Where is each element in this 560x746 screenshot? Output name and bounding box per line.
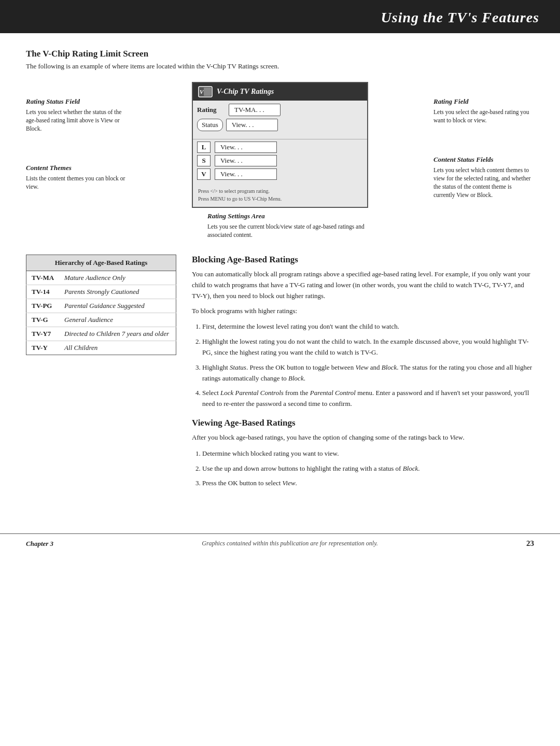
footer-page: 23 (526, 539, 534, 548)
table-cell-desc-2: Parents Strongly Cautioned (59, 285, 176, 299)
footer-note: Graphics contained within this publicati… (202, 540, 378, 547)
table-cell-desc-3: Parental Guidance Suggested (59, 299, 176, 313)
viewing-step-3: Press the OK button to select View. (202, 478, 534, 489)
rating-settings-area: Rating Settings Area Lets you see the cu… (192, 212, 368, 239)
vchip-letter-v: V (197, 168, 211, 180)
header-title: Using the TV's Features (381, 9, 539, 25)
table-row: TV-Y7 Directed to Children 7 years and o… (26, 327, 176, 341)
blocking-section: Blocking Age-Based Ratings You can autom… (192, 255, 534, 410)
vchip-content-row-v: V View. . . (197, 168, 363, 180)
content-status-label-title: Content Status Fields (433, 156, 534, 164)
rating-field-label-text: Lets you select the age-based rating you… (433, 108, 534, 124)
right-content: Blocking Age-Based Ratings You can autom… (192, 255, 534, 497)
vchip-status-row: Status View. . . (197, 119, 363, 131)
blocking-intro-p2: To block programs with higher ratings: (192, 306, 534, 317)
viewing-intro: After you block age-based ratings, you h… (192, 432, 534, 443)
table-row: TV-14 Parents Strongly Cautioned (26, 285, 176, 299)
rating-status-label-text: Lets you select whether the status of th… (26, 108, 130, 133)
footer-chapter: Chapter 3 (26, 540, 53, 548)
rating-status-label-block: Rating Status Field Lets you select whet… (26, 97, 130, 133)
vchip-content-value-s[interactable]: View. . . (215, 155, 277, 166)
content-status-label-block: Content Status Fields Lets you select wh… (433, 156, 534, 199)
vchip-content-value-v[interactable]: View. . . (215, 168, 277, 180)
blocking-step-1: First, determine the lowest level rating… (202, 321, 534, 332)
blocking-steps: First, determine the lowest level rating… (202, 321, 534, 410)
vchip-title-bar: V V-Chip TV Ratings (193, 83, 367, 101)
diagram-container: Rating Status Field Lets you select whet… (26, 82, 534, 239)
bottom-section: Hierarchy of Age-Based Ratings TV-MA Mat… (26, 255, 534, 497)
vchip-footer-line2: Press MENU to go to US V-Chip Menu. (198, 195, 362, 203)
svg-rect-2 (204, 88, 211, 96)
blocking-intro-p1: You can automatically block all program … (192, 269, 534, 301)
table-cell-code-5: TV-Y7 (26, 327, 60, 341)
page-footer: Chapter 3 Graphics contained within this… (0, 533, 560, 553)
table-cell-code-4: TV-G (26, 313, 60, 327)
vchip-rating-value[interactable]: TV-MA. . . (229, 104, 281, 116)
vchip-screen-wrapper: V V-Chip TV Ratings Rating TV-MA. . . St… (135, 82, 425, 239)
blocking-intro: You can automatically block all program … (192, 269, 534, 316)
viewing-section: Viewing Age-Based Ratings After you bloc… (192, 418, 534, 489)
table-row: TV-Y All Children (26, 341, 176, 355)
section-intro: The following is an example of where ite… (26, 62, 534, 71)
rating-field-label-block: Rating Field Lets you select the age-bas… (433, 97, 534, 124)
vchip-footer: Press </> to select program rating. Pres… (193, 184, 367, 207)
vchip-content-row-s: S View. . . (197, 155, 363, 166)
table-cell-desc-4: General Audience (59, 313, 176, 327)
left-labels: Rating Status Field Lets you select whet… (26, 82, 135, 201)
table-cell-desc-6: All Children (59, 341, 176, 355)
table-heading: Hierarchy of Age-Based Ratings (26, 255, 176, 271)
hierarchy-table: Hierarchy of Age-Based Ratings TV-MA Mat… (26, 255, 176, 355)
viewing-steps: Determine which blocked rating you want … (202, 448, 534, 489)
viewing-step-1: Determine which blocked rating you want … (202, 448, 534, 459)
table-row: TV-PG Parental Guidance Suggested (26, 299, 176, 313)
vchip-screen: V V-Chip TV Ratings Rating TV-MA. . . St… (192, 82, 368, 208)
vchip-rating-label: Rating (197, 106, 226, 114)
blocking-step-3: Highlight Status. Press the OK button to… (202, 362, 534, 384)
table-cell-desc-5: Directed to Children 7 years and older (59, 327, 176, 341)
rating-field-label-title: Rating Field (433, 97, 534, 106)
rating-status-label-title: Rating Status Field (26, 97, 130, 106)
vchip-content-row-l: L View. . . (197, 142, 363, 153)
vchip-rating-row-container: Rating TV-MA. . . Status View. . . (193, 101, 367, 137)
hierarchy-table-section: Hierarchy of Age-Based Ratings TV-MA Mat… (26, 255, 176, 497)
rating-settings-text: Lets you see the current block/view stat… (207, 222, 368, 239)
rating-settings-title: Rating Settings Area (207, 212, 368, 220)
vchip-letter-l: L (197, 142, 211, 153)
table-cell-code-2: TV-14 (26, 285, 60, 299)
blocking-title: Blocking Age-Based Ratings (192, 255, 534, 265)
viewing-title: Viewing Age-Based Ratings (192, 418, 534, 428)
table-body: TV-MA Mature Audience Only TV-14 Parents… (26, 271, 176, 355)
table-row: TV-MA Mature Audience Only (26, 271, 176, 285)
table-cell-code-3: TV-PG (26, 299, 60, 313)
table-cell-code-6: TV-Y (26, 341, 60, 355)
vchip-letter-s: S (197, 155, 211, 166)
content-themes-label-title: Content Themes (26, 164, 130, 172)
vchip-status-value[interactable]: View. . . (226, 119, 278, 131)
vchip-divider (193, 139, 367, 139)
vchip-content-rows: L View. . . S View. . . V View. . . (193, 142, 367, 184)
vchip-rating-row: Rating TV-MA. . . (197, 104, 363, 116)
content-status-label-text: Lets you select which content themes to … (433, 166, 534, 199)
table-cell-code-1: TV-MA (26, 271, 60, 285)
viewing-intro-p: After you block age-based ratings, you h… (192, 432, 534, 443)
vchip-footer-line1: Press </> to select program rating. (198, 187, 362, 195)
vchip-status-label[interactable]: Status (197, 119, 223, 131)
section-title: The V-Chip Rating Limit Screen (26, 49, 534, 59)
blocking-step-2: Highlight the lowest rating you do not w… (202, 336, 534, 358)
content-themes-label-text: Lists the content themes you can block o… (26, 174, 130, 191)
table-row: TV-G General Audience (26, 313, 176, 327)
vchip-logo-icon: V (198, 86, 213, 97)
vchip-screen-title: V-Chip TV Ratings (217, 88, 274, 96)
viewing-step-2: Use the up and down arrow buttons to hig… (202, 463, 534, 474)
vchip-content-value-l[interactable]: View. . . (215, 142, 277, 153)
blocking-step-4: Select Lock Parental Controls from the P… (202, 388, 534, 410)
content-themes-label-block: Content Themes Lists the content themes … (26, 164, 130, 191)
page-header: Using the TV's Features (0, 0, 560, 33)
right-labels: Rating Field Lets you select the age-bas… (425, 82, 534, 210)
table-cell-desc-1: Mature Audience Only (59, 271, 176, 285)
